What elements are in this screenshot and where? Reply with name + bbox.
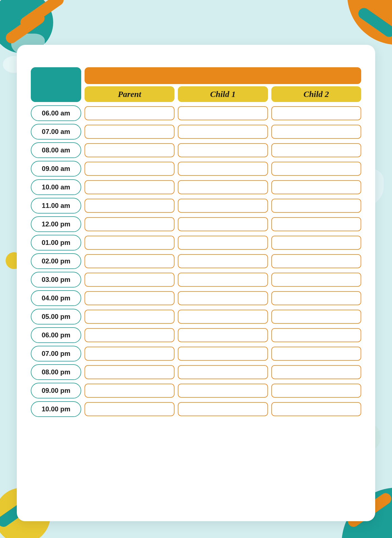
activity-cell-row13-col2[interactable] bbox=[271, 347, 361, 361]
column-header-parent: Parent bbox=[85, 86, 174, 102]
column-header-text-1: Child 1 bbox=[210, 89, 236, 99]
table-row: 08.00 am bbox=[31, 142, 361, 158]
table-row: 09.00 am bbox=[31, 161, 361, 177]
column-header-child-2: Child 2 bbox=[271, 86, 361, 102]
activity-cell-row7-col0[interactable] bbox=[85, 236, 174, 250]
time-label-0: 06.00 am bbox=[31, 105, 81, 121]
time-label-text-9: 03.00 pm bbox=[42, 276, 71, 284]
time-label-text-12: 06.00 pm bbox=[42, 331, 71, 339]
column-header-child-1: Child 1 bbox=[178, 86, 268, 102]
activity-cell-row14-col1[interactable] bbox=[178, 365, 268, 379]
activity-cell-row1-col1[interactable] bbox=[178, 125, 268, 139]
activity-cell-row5-col2[interactable] bbox=[271, 199, 361, 213]
table-row: 07.00 am bbox=[31, 124, 361, 140]
activity-cell-row8-col2[interactable] bbox=[271, 254, 361, 268]
table-row: 06.00 pm bbox=[31, 327, 361, 343]
activity-cell-row3-col0[interactable] bbox=[85, 162, 174, 176]
activity-cell-row16-col0[interactable] bbox=[85, 402, 174, 416]
time-label-1: 07.00 am bbox=[31, 124, 81, 140]
activity-cell-row16-col1[interactable] bbox=[178, 402, 268, 416]
activity-cell-row3-col2[interactable] bbox=[271, 162, 361, 176]
activity-cell-row7-col2[interactable] bbox=[271, 236, 361, 250]
activity-cell-row8-col1[interactable] bbox=[178, 254, 268, 268]
table-row: 11.00 am bbox=[31, 198, 361, 214]
activity-cell-row12-col1[interactable] bbox=[178, 328, 268, 342]
activity-cell-row5-col1[interactable] bbox=[178, 199, 268, 213]
time-label-text-1: 07.00 am bbox=[42, 128, 70, 136]
activity-cell-row16-col2[interactable] bbox=[271, 402, 361, 416]
corner-tr-shape bbox=[347, 0, 392, 45]
table-row: 05.00 pm bbox=[31, 309, 361, 324]
time-label-text-0: 06.00 am bbox=[42, 109, 70, 117]
table-row: 03.00 pm bbox=[31, 272, 361, 287]
table-row: 07.00 pm bbox=[31, 346, 361, 361]
activity-cell-row0-col1[interactable] bbox=[178, 106, 268, 120]
activity-cell-row7-col1[interactable] bbox=[178, 236, 268, 250]
activity-cells-8 bbox=[85, 254, 361, 268]
time-label-8: 02.00 pm bbox=[31, 253, 81, 269]
time-label-2: 08.00 am bbox=[31, 142, 81, 158]
table-row: 08.00 pm bbox=[31, 364, 361, 380]
activity-cell-row0-col2[interactable] bbox=[271, 106, 361, 120]
activity-cells-3 bbox=[85, 162, 361, 176]
activity-cell-row2-col1[interactable] bbox=[178, 143, 268, 157]
activity-cells-9 bbox=[85, 273, 361, 287]
activity-cell-row10-col1[interactable] bbox=[178, 291, 268, 305]
activity-cell-row15-col2[interactable] bbox=[271, 384, 361, 398]
activity-cell-row0-col0[interactable] bbox=[85, 106, 174, 120]
table-row: 01.00 pm bbox=[31, 235, 361, 251]
activity-cells-13 bbox=[85, 347, 361, 361]
time-label-15: 09.00 pm bbox=[31, 383, 81, 398]
activity-cell-row1-col2[interactable] bbox=[271, 125, 361, 139]
activity-cell-row9-col2[interactable] bbox=[271, 273, 361, 287]
time-label-7: 01.00 pm bbox=[31, 235, 81, 251]
time-label-11: 05.00 pm bbox=[31, 309, 81, 324]
activity-cell-row6-col1[interactable] bbox=[178, 217, 268, 231]
time-label-text-3: 09.00 am bbox=[42, 165, 70, 173]
activity-cell-row2-col2[interactable] bbox=[271, 143, 361, 157]
activity-cell-row2-col0[interactable] bbox=[85, 143, 174, 157]
time-header-box bbox=[31, 67, 81, 102]
activity-cell-row11-col2[interactable] bbox=[271, 310, 361, 324]
corner-tl-stripe2 bbox=[4, 11, 47, 46]
corner-tl-stripe1 bbox=[18, 0, 66, 30]
activity-cell-row10-col2[interactable] bbox=[271, 291, 361, 305]
activity-cell-row3-col1[interactable] bbox=[178, 162, 268, 176]
activity-banner bbox=[85, 67, 361, 84]
activity-cell-row14-col2[interactable] bbox=[271, 365, 361, 379]
column-header-text-0: Parent bbox=[118, 89, 141, 99]
time-label-12: 06.00 pm bbox=[31, 327, 81, 343]
activity-cell-row6-col2[interactable] bbox=[271, 217, 361, 231]
activity-cell-row11-col1[interactable] bbox=[178, 310, 268, 324]
activity-cell-row9-col0[interactable] bbox=[85, 273, 174, 287]
activity-cells-11 bbox=[85, 310, 361, 324]
activity-cell-row4-col0[interactable] bbox=[85, 180, 174, 194]
activity-cell-row6-col0[interactable] bbox=[85, 217, 174, 231]
activity-cell-row10-col0[interactable] bbox=[85, 291, 174, 305]
activity-cells-15 bbox=[85, 384, 361, 398]
activity-cell-row4-col2[interactable] bbox=[271, 180, 361, 194]
activity-cells-14 bbox=[85, 365, 361, 379]
activity-cell-row9-col1[interactable] bbox=[178, 273, 268, 287]
activity-cells-5 bbox=[85, 199, 361, 213]
activity-cell-row13-col1[interactable] bbox=[178, 347, 268, 361]
activity-cell-row11-col0[interactable] bbox=[85, 310, 174, 324]
activity-cell-row4-col1[interactable] bbox=[178, 180, 268, 194]
time-label-text-15: 09.00 pm bbox=[42, 387, 71, 395]
activity-header-section: ParentChild 1Child 2 bbox=[85, 67, 361, 102]
table-row: 09.00 pm bbox=[31, 383, 361, 398]
time-label-10: 04.00 pm bbox=[31, 290, 81, 306]
activity-cell-row14-col0[interactable] bbox=[85, 365, 174, 379]
activity-cell-row1-col0[interactable] bbox=[85, 125, 174, 139]
activity-cells-10 bbox=[85, 291, 361, 305]
activity-cell-row15-col1[interactable] bbox=[178, 384, 268, 398]
activity-cell-row5-col0[interactable] bbox=[85, 199, 174, 213]
time-label-14: 08.00 pm bbox=[31, 364, 81, 380]
time-rows-container: 06.00 am07.00 am08.00 am09.00 am10.00 am… bbox=[31, 105, 361, 417]
activity-cell-row8-col0[interactable] bbox=[85, 254, 174, 268]
activity-cells-4 bbox=[85, 180, 361, 194]
activity-cell-row12-col0[interactable] bbox=[85, 328, 174, 342]
activity-cell-row13-col0[interactable] bbox=[85, 347, 174, 361]
activity-cell-row12-col2[interactable] bbox=[271, 328, 361, 342]
activity-cell-row15-col0[interactable] bbox=[85, 384, 174, 398]
